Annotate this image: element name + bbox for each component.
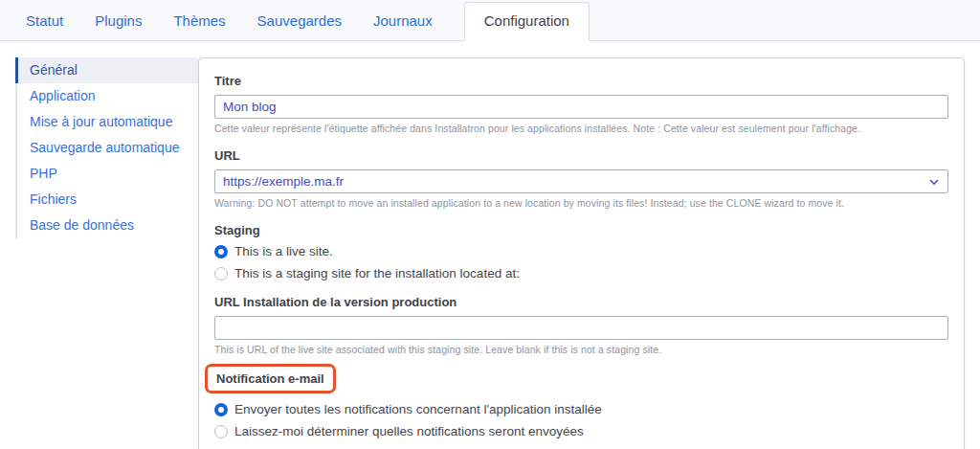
tab-themes[interactable]: Thèmes <box>173 3 225 40</box>
staging-option-live-site-label: This is a live site. <box>234 244 333 258</box>
content-area: Général Application Mise à jour automati… <box>0 41 980 449</box>
url-field-group: URL https://exemple.ma.fr Warning: DO NO… <box>214 148 948 209</box>
production-url-input[interactable] <box>214 316 948 340</box>
tab-bar: Statut Plugins Thèmes Sauvegardes Journa… <box>0 0 980 41</box>
production-url-label: URL Installation de la version productio… <box>214 295 948 309</box>
url-select[interactable]: https://exemple.ma.fr <box>214 169 948 193</box>
notification-label-highlight: Notification e-mail <box>205 364 336 393</box>
tab-configuration[interactable]: Configuration <box>464 2 590 41</box>
staging-option-staging-site[interactable]: This is a staging site for the installat… <box>214 266 948 281</box>
notification-option-all-label: Envoyer toutes les notifications concern… <box>234 402 602 416</box>
radio-unchecked-icon[interactable] <box>214 267 228 281</box>
sidebar-item-sauvegarde-automatique[interactable]: Sauvegarde automatique <box>15 135 198 161</box>
title-label: Titre <box>214 74 948 88</box>
sidebar: Général Application Mise à jour automati… <box>15 57 198 238</box>
sidebar-item-application[interactable]: Application <box>15 83 198 109</box>
url-help-text: Warning: DO NOT attempt to move an insta… <box>214 197 948 209</box>
tab-plugins[interactable]: Plugins <box>95 3 142 40</box>
notification-label: Notification e-mail <box>216 371 324 386</box>
tab-statut[interactable]: Statut <box>26 3 63 40</box>
notification-field-group: Notification e-mail Envoyer toutes les n… <box>214 370 948 438</box>
url-label: URL <box>214 148 948 163</box>
title-field-group: Titre Cette valeur représente l'étiquett… <box>214 74 948 134</box>
sidebar-item-base-de-donnees[interactable]: Base de données <box>15 213 198 238</box>
tab-journaux[interactable]: Journaux <box>373 3 433 40</box>
staging-option-live-site[interactable]: This is a live site. <box>214 244 948 258</box>
configuration-panel: Titre Cette valeur représente l'étiquett… <box>198 57 965 449</box>
radio-checked-icon[interactable] <box>214 245 228 258</box>
notification-option-custom[interactable]: Laissez-moi déterminer quelles notificat… <box>214 424 948 438</box>
sidebar-item-mise-a-jour-automatique[interactable]: Mise à jour automatique <box>15 109 198 135</box>
tab-sauvegardes[interactable]: Sauvegardes <box>257 3 342 40</box>
notification-option-all[interactable]: Envoyer toutes les notifications concern… <box>214 402 948 416</box>
staging-label: Staging <box>214 223 948 237</box>
title-help-text: Cette valeur représente l'étiquette affi… <box>214 123 948 134</box>
sidebar-item-general[interactable]: Général <box>15 57 198 83</box>
staging-option-staging-site-label: This is a staging site for the installat… <box>234 266 520 281</box>
production-url-field-group: URL Installation de la version productio… <box>214 295 948 355</box>
radio-unchecked-icon[interactable] <box>214 425 228 438</box>
radio-checked-icon[interactable] <box>214 403 228 416</box>
production-url-help-text: This is URL of the live site associated … <box>214 344 948 355</box>
title-input[interactable] <box>214 95 948 119</box>
staging-field-group: Staging This is a live site. This is a s… <box>214 223 948 281</box>
sidebar-item-fichiers[interactable]: Fichiers <box>15 187 198 213</box>
sidebar-item-php[interactable]: PHP <box>15 161 198 187</box>
notification-option-custom-label: Laissez-moi déterminer quelles notificat… <box>234 424 584 438</box>
